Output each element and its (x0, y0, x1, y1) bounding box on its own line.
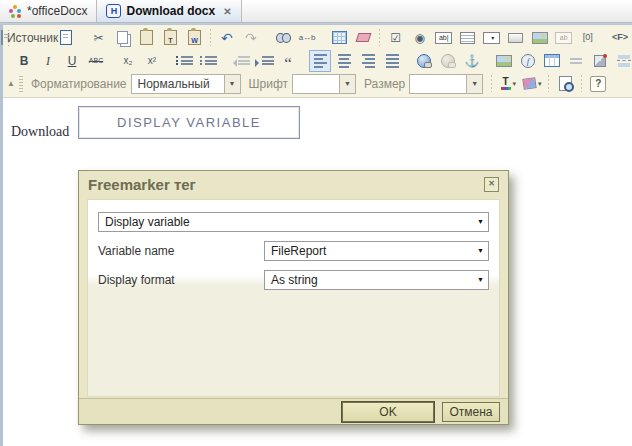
image-button-button[interactable] (529, 27, 551, 49)
remove-format-icon (355, 33, 371, 42)
superscript-icon: x² (148, 56, 156, 66)
copy-button[interactable] (111, 27, 133, 49)
bold-button[interactable]: B (13, 50, 35, 72)
textarea-button[interactable] (457, 27, 479, 49)
source-button[interactable]: Источник (14, 27, 45, 49)
cancel-button[interactable]: Отмена (442, 402, 500, 422)
display-format-select[interactable]: As string ▼ (264, 270, 489, 290)
outdent-button[interactable] (229, 50, 251, 72)
align-right-icon (362, 54, 375, 68)
size-combo[interactable]: ▼ (409, 74, 483, 94)
numbered-list-icon (176, 55, 193, 67)
select-all-icon (332, 31, 347, 44)
paste-word-icon: W (188, 30, 201, 45)
table-button[interactable] (541, 50, 563, 72)
chevron-down-icon[interactable]: ▼ (339, 75, 355, 93)
underline-icon: U (68, 55, 77, 67)
align-right-button[interactable] (357, 50, 379, 72)
radio-field-button[interactable]: ◉ (409, 27, 431, 49)
cut-button[interactable]: ✂ (87, 27, 109, 49)
document-text: Download (11, 124, 69, 140)
link-button[interactable] (413, 50, 435, 72)
font-combo[interactable]: ▼ (292, 74, 356, 94)
bulleted-list-button[interactable] (197, 50, 219, 72)
textarea-icon (460, 32, 475, 44)
chevron-down-icon: ▾ (513, 80, 517, 88)
freemarker-tag-button[interactable]: <F> (609, 27, 631, 49)
variable-name-value: FileReport (271, 244, 326, 258)
select-field-icon (483, 32, 500, 44)
indent-icon (255, 55, 274, 67)
tab-download-docx[interactable]: H Download docx ✕ (97, 0, 241, 22)
help-button[interactable]: ? (587, 73, 609, 95)
toolbar-grip[interactable] (19, 76, 23, 92)
indent-button[interactable] (253, 50, 275, 72)
align-center-button[interactable] (333, 50, 355, 72)
image-button[interactable] (493, 50, 515, 72)
subscript-icon: x₂ (124, 56, 133, 66)
text-color-icon: T (501, 77, 511, 90)
separator (491, 75, 492, 92)
bold-icon: B (20, 55, 29, 67)
form-button-button[interactable] (505, 27, 527, 49)
placeholder-icon: [0] (583, 33, 593, 42)
chevron-down-icon[interactable]: ▼ (224, 75, 240, 93)
remove-format-button[interactable] (352, 27, 374, 49)
flash-icon: f (521, 54, 535, 68)
blockquote-button[interactable]: “ (277, 50, 299, 72)
select-field-button[interactable] (481, 27, 503, 49)
underline-button[interactable]: U (61, 50, 83, 72)
toolbar-row-3: ▲ Форматирование Нормальный ▼ Шрифт ▼ Ра… (4, 72, 632, 95)
unlink-button[interactable] (437, 50, 459, 72)
display-format-label: Display format (98, 273, 264, 287)
dialog-close-icon[interactable]: ✕ (484, 177, 499, 192)
background-color-button[interactable]: ▾ (521, 73, 543, 95)
subscript-button[interactable]: x₂ (117, 50, 139, 72)
justify-button[interactable] (381, 50, 403, 72)
display-variable-placeholder[interactable]: DISPLAY VARIABLE (78, 106, 300, 139)
strikethrough-button[interactable]: ABC (85, 50, 107, 72)
find-button[interactable] (272, 27, 294, 49)
close-tab-icon[interactable]: ✕ (223, 6, 231, 17)
placeholder-button[interactable]: [0] (577, 27, 599, 49)
collapse-toolbar-icon[interactable]: ▲ (7, 79, 15, 88)
redo-button[interactable]: ↷ (240, 27, 262, 49)
tag-type-select[interactable]: Display variable ▼ (98, 212, 489, 232)
page-break-button[interactable] (613, 50, 632, 72)
paste-button[interactable] (135, 27, 157, 49)
superscript-button[interactable]: x² (141, 50, 163, 72)
italic-button[interactable]: I (37, 50, 59, 72)
text-color-button[interactable]: T ▾ (497, 73, 519, 95)
hidden-field-button[interactable]: ab (553, 27, 575, 49)
variable-name-select[interactable]: FileReport ▼ (264, 241, 489, 261)
undo-icon: ↶ (221, 31, 233, 45)
select-all-button[interactable] (328, 27, 350, 49)
blockquote-icon: “ (284, 61, 292, 68)
checkbox-field-button[interactable]: ☑ (385, 27, 407, 49)
preview-button[interactable] (554, 73, 576, 95)
undo-button[interactable]: ↶ (216, 27, 238, 49)
dialog-header[interactable]: Freemarker тег ✕ (79, 171, 508, 198)
numbered-list-button[interactable] (173, 50, 195, 72)
paste-text-button[interactable]: T (159, 27, 181, 49)
paste-word-button[interactable]: W (183, 27, 205, 49)
flash-button[interactable]: f (517, 50, 539, 72)
replace-button[interactable]: a↔b (296, 27, 318, 49)
variable-name-row: Variable name FileReport ▼ (98, 241, 489, 261)
align-left-button[interactable] (309, 50, 331, 72)
templates-button[interactable] (55, 27, 77, 49)
separator (581, 75, 582, 92)
tab-officedocx[interactable]: *officeDocx (0, 0, 97, 22)
ok-button[interactable]: OK (342, 402, 434, 422)
format-combo[interactable]: Нормальный ▼ (131, 74, 241, 94)
special-object-button[interactable] (589, 50, 611, 72)
chevron-down-icon: ▼ (477, 213, 484, 231)
form-button-icon (508, 33, 523, 43)
format-label: Форматирование (31, 77, 127, 91)
text-field-button[interactable]: ab| (433, 27, 455, 49)
anchor-button[interactable]: ⚓ (461, 50, 483, 72)
chevron-down-icon[interactable]: ▼ (466, 75, 482, 93)
anchor-icon: ⚓ (465, 55, 480, 67)
dialog-footer: OK Отмена (79, 398, 508, 424)
horizontal-rule-button[interactable] (565, 50, 587, 72)
